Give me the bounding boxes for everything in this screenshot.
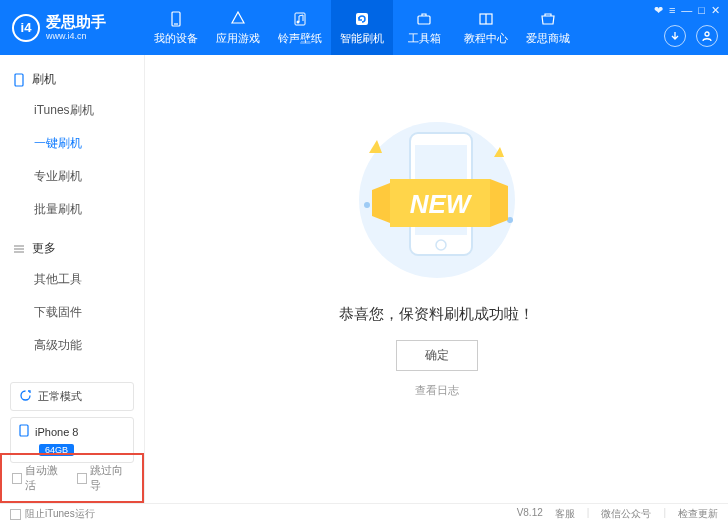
nav-flash[interactable]: 智能刷机 (331, 0, 393, 55)
sidebar-section-flash: 刷机 iTunes刷机 一键刷机 专业刷机 批量刷机 (0, 65, 144, 226)
menu-lines-icon (12, 242, 26, 256)
header: i4 爱思助手 www.i4.cn 我的设备 应用游戏 铃声壁纸 智能刷机 工具… (0, 0, 728, 55)
download-icon[interactable] (664, 25, 686, 47)
cart-icon[interactable]: ❤ (654, 4, 663, 17)
nav-toolbox[interactable]: 工具箱 (393, 0, 455, 55)
footer-link-update[interactable]: 检查更新 (678, 507, 718, 521)
toolbox-icon (415, 10, 433, 28)
view-log-link[interactable]: 查看日志 (415, 383, 459, 398)
svg-rect-13 (20, 425, 28, 436)
footer: 阻止iTunes运行 V8.12 客服 | 微信公众号 | 检查更新 (0, 503, 728, 524)
logo-url: www.i4.cn (46, 31, 106, 41)
nav-apps[interactable]: 应用游戏 (207, 0, 269, 55)
bottom-options-highlight: 自动激活 跳过向导 (0, 453, 144, 503)
checkbox-box-icon (10, 509, 21, 520)
sidebar: 刷机 iTunes刷机 一键刷机 专业刷机 批量刷机 更多 其他工具 下载固件 … (0, 55, 145, 503)
new-banner-text: NEW (409, 189, 472, 219)
sidebar-header-flash[interactable]: 刷机 (0, 65, 144, 94)
nav-ringtone[interactable]: 铃声壁纸 (269, 0, 331, 55)
sidebar-item-itunes-flash[interactable]: iTunes刷机 (34, 94, 144, 127)
apps-icon (229, 10, 247, 28)
checkbox-box-icon (77, 473, 87, 484)
sidebar-item-other-tools[interactable]: 其他工具 (34, 263, 144, 296)
sidebar-item-download-firmware[interactable]: 下载固件 (34, 296, 144, 329)
shop-icon (539, 10, 557, 28)
svg-rect-4 (356, 13, 368, 25)
sidebar-header-more[interactable]: 更多 (0, 234, 144, 263)
svg-point-8 (705, 32, 709, 36)
sidebar-item-batch-flash[interactable]: 批量刷机 (34, 193, 144, 226)
phone-outline-icon (12, 73, 26, 87)
confirm-button[interactable]: 确定 (396, 340, 478, 371)
checkbox-box-icon (12, 473, 22, 484)
sidebar-item-advanced[interactable]: 高级功能 (34, 329, 144, 362)
sidebar-item-pro-flash[interactable]: 专业刷机 (34, 160, 144, 193)
success-illustration: NEW (332, 105, 542, 285)
close-button[interactable]: ✕ (711, 4, 720, 17)
checkbox-auto-activate[interactable]: 自动激活 (12, 463, 67, 493)
music-icon (291, 10, 309, 28)
footer-link-wechat[interactable]: 微信公众号 (601, 507, 651, 521)
maximize-button[interactable]: □ (698, 4, 705, 17)
main-nav: 我的设备 应用游戏 铃声壁纸 智能刷机 工具箱 教程中心 爱思商城 (145, 0, 579, 55)
success-message: 恭喜您，保资料刷机成功啦！ (339, 305, 534, 324)
book-icon (477, 10, 495, 28)
device-phone-icon (19, 424, 29, 439)
sidebar-section-more: 更多 其他工具 下载固件 高级功能 (0, 234, 144, 362)
nav-tutorial[interactable]: 教程中心 (455, 0, 517, 55)
sidebar-item-oneclick-flash[interactable]: 一键刷机 (34, 127, 144, 160)
minimize-button[interactable]: — (681, 4, 692, 17)
sync-icon (19, 389, 32, 404)
logo-icon: i4 (12, 14, 40, 42)
nav-my-device[interactable]: 我的设备 (145, 0, 207, 55)
header-action-icons (664, 25, 718, 47)
version-label: V8.12 (517, 507, 543, 521)
svg-rect-9 (15, 74, 23, 86)
device-name: iPhone 8 (35, 426, 78, 438)
checkbox-skip-wizard[interactable]: 跳过向导 (77, 463, 132, 493)
content-area: NEW 恭喜您，保资料刷机成功啦！ 确定 查看日志 (145, 55, 728, 503)
window-controls: ❤ ≡ — □ ✕ (654, 4, 720, 17)
user-icon[interactable] (696, 25, 718, 47)
mode-indicator[interactable]: 正常模式 (10, 382, 134, 411)
nav-shop[interactable]: 爱思商城 (517, 0, 579, 55)
svg-marker-15 (369, 140, 382, 153)
menu-icon[interactable]: ≡ (669, 4, 675, 17)
refresh-icon (353, 10, 371, 28)
footer-link-support[interactable]: 客服 (555, 507, 575, 521)
logo-text: 爱思助手 (46, 14, 106, 31)
phone-icon (167, 10, 185, 28)
svg-rect-5 (418, 16, 430, 24)
footer-block-itunes[interactable]: 阻止iTunes运行 (10, 507, 95, 521)
logo-area: i4 爱思助手 www.i4.cn (0, 14, 145, 42)
main-area: 刷机 iTunes刷机 一键刷机 专业刷机 批量刷机 更多 其他工具 下载固件 … (0, 55, 728, 503)
svg-point-17 (364, 202, 370, 208)
